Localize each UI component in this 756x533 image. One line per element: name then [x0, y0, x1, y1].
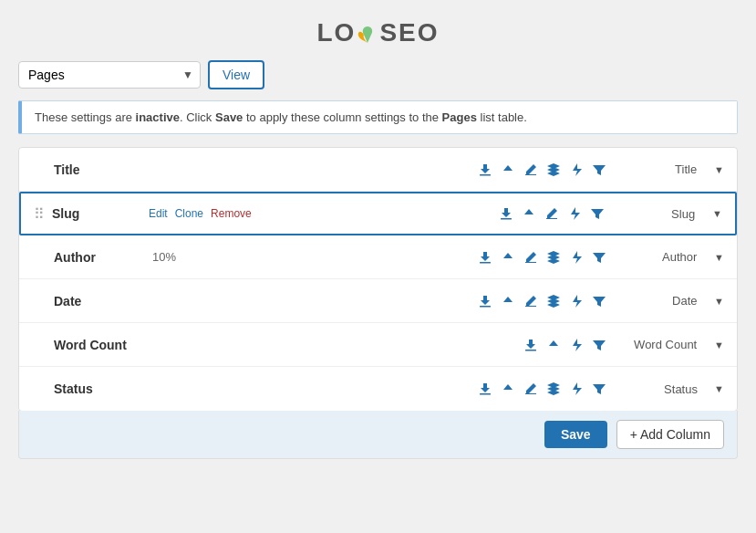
col-icons-status	[475, 379, 609, 399]
stack-icon-title[interactable]	[544, 160, 564, 180]
drag-handle-slug[interactable]: ⠿	[34, 205, 45, 223]
col-type-chevron-author: ▼	[714, 252, 724, 263]
up-icon-author[interactable]	[498, 247, 518, 267]
col-type-chevron-slug: ▼	[712, 208, 722, 219]
filter-icon-title[interactable]	[589, 160, 609, 180]
col-type-word-count[interactable]: Word Count ▼	[624, 338, 724, 351]
col-type-select-status[interactable]: Status	[664, 382, 712, 396]
col-name-slug: Slug	[52, 206, 143, 221]
post-type-select-wrapper[interactable]: Pages Posts Products ▼	[18, 61, 201, 89]
column-row-date: Date Date ▼	[19, 279, 737, 323]
top-bar: Pages Posts Products ▼ View	[18, 60, 738, 89]
svg-rect-2	[480, 262, 491, 264]
column-row-author: Author10% Author ▼	[19, 235, 737, 279]
col-name-author: Author	[54, 250, 145, 265]
col-type-date[interactable]: Date ▼	[624, 294, 724, 308]
col-icons-word-count	[521, 335, 609, 355]
col-type-chevron-status: ▼	[714, 383, 724, 394]
col-type-title[interactable]: Title ▼	[624, 162, 724, 176]
column-row-status: Status Status ▼	[19, 367, 737, 411]
col-type-select-slug[interactable]: Slug	[671, 207, 710, 221]
col-type-author[interactable]: Author ▼	[624, 250, 724, 264]
filter-icon-author[interactable]	[589, 247, 609, 267]
up-icon-date[interactable]	[498, 291, 518, 311]
edit-icon-status[interactable]	[521, 379, 541, 399]
up-icon-status[interactable]	[498, 379, 518, 399]
edit-icon-title[interactable]	[521, 160, 541, 180]
logo-text-seo: SEO	[379, 18, 439, 47]
columns-table: Title Title ▼ ⠿SlugEditCloneRemove Slug …	[18, 147, 738, 412]
svg-rect-5	[480, 393, 491, 395]
col-type-select-date[interactable]: Date	[672, 294, 712, 308]
column-row-word-count: Word Count Word Count ▼	[19, 323, 737, 367]
col-name-status: Status	[54, 381, 145, 396]
filter-icon-slug[interactable]	[587, 204, 607, 224]
download-icon-title[interactable]	[475, 160, 495, 180]
col-type-select-title[interactable]: Title	[675, 162, 712, 176]
col-action-clone-slug[interactable]: Clone	[175, 207, 203, 220]
col-name-title: Title	[54, 162, 145, 177]
up-icon-word-count[interactable]	[544, 335, 564, 355]
filter-icon-word-count[interactable]	[589, 335, 609, 355]
edit-icon-slug[interactable]	[542, 204, 562, 224]
col-type-status[interactable]: Status ▼	[624, 382, 724, 396]
add-column-button[interactable]: + Add Column	[616, 420, 724, 449]
download-icon-slug[interactable]	[496, 204, 516, 224]
bolt-icon-date[interactable]	[566, 291, 586, 311]
logo-text-lo: LO	[316, 18, 356, 47]
column-row-slug: ⠿SlugEditCloneRemove Slug ▼	[19, 192, 737, 235]
edit-icon-date[interactable]	[521, 291, 541, 311]
logo: LO SEO	[316, 18, 439, 47]
column-row-title: Title Title ▼	[19, 148, 737, 192]
bolt-icon-word-count[interactable]	[566, 335, 586, 355]
col-icons-author	[475, 247, 609, 267]
stack-icon-date[interactable]	[544, 291, 564, 311]
save-button[interactable]: Save	[544, 421, 607, 448]
svg-rect-3	[480, 306, 491, 308]
col-name-word-count: Word Count	[54, 338, 145, 352]
download-icon-author[interactable]	[475, 247, 495, 267]
stack-icon-author[interactable]	[544, 247, 564, 267]
col-type-chevron-date: ▼	[714, 296, 724, 307]
col-width-author: 10%	[152, 250, 176, 264]
col-type-select-word-count[interactable]: Word Count	[634, 338, 712, 351]
col-icons-title	[475, 160, 609, 180]
up-icon-slug[interactable]	[519, 204, 539, 224]
col-icons-date	[475, 291, 609, 311]
col-icons-slug	[496, 204, 607, 224]
bottom-bar: Save + Add Column	[18, 411, 738, 459]
up-icon-title[interactable]	[498, 160, 518, 180]
svg-rect-0	[480, 174, 491, 176]
bolt-icon-status[interactable]	[566, 379, 586, 399]
col-action-edit-slug[interactable]: Edit	[149, 207, 168, 220]
logo-icon	[356, 23, 379, 47]
col-type-chevron-word-count: ▼	[714, 340, 724, 350]
save-label-ref: Save	[215, 110, 243, 124]
stack-icon-status[interactable]	[544, 379, 564, 399]
pages-label-ref: Pages	[442, 110, 477, 124]
svg-rect-4	[525, 350, 536, 351]
bolt-icon-slug[interactable]	[564, 204, 585, 224]
view-button[interactable]: View	[208, 60, 264, 89]
download-icon-date[interactable]	[475, 291, 495, 311]
post-type-select[interactable]: Pages Posts Products	[18, 61, 201, 89]
filter-icon-date[interactable]	[589, 291, 609, 311]
info-banner: These settings are inactive. Click Save …	[18, 100, 738, 134]
col-action-remove-slug[interactable]: Remove	[211, 207, 252, 220]
inactive-label: inactive	[136, 110, 180, 124]
bolt-icon-title[interactable]	[566, 160, 586, 180]
col-name-date: Date	[54, 294, 145, 308]
download-icon-status[interactable]	[475, 379, 495, 399]
col-type-select-author[interactable]: Author	[662, 250, 712, 264]
col-type-slug[interactable]: Slug ▼	[622, 207, 722, 221]
download-icon-word-count[interactable]	[521, 335, 541, 355]
col-type-chevron-title: ▼	[714, 164, 724, 175]
svg-rect-1	[501, 218, 512, 220]
edit-icon-author[interactable]	[521, 247, 541, 267]
filter-icon-status[interactable]	[589, 379, 609, 399]
col-actions-slug: EditCloneRemove	[149, 207, 252, 220]
bolt-icon-author[interactable]	[566, 247, 586, 267]
